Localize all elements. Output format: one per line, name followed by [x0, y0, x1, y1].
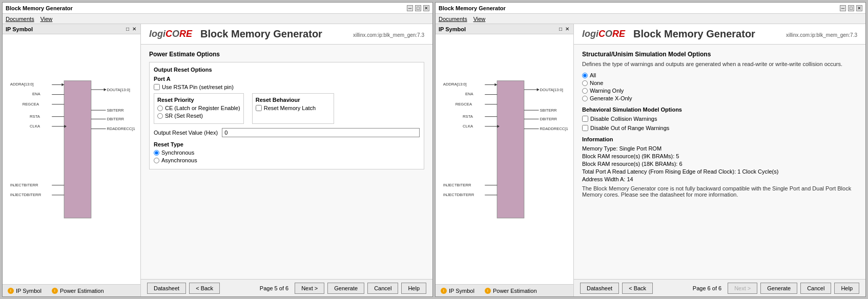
- reset-behaviour-group: Reset Behaviour Reset Memory Latch: [252, 93, 334, 124]
- restore-button-1[interactable]: □: [415, 5, 421, 11]
- minimize-button-1[interactable]: ─: [407, 5, 413, 11]
- generate-button-2[interactable]: Generate: [760, 283, 797, 294]
- generate-x-only-radio-row: Generate X-Only: [582, 95, 857, 101]
- information-block: Information Memory Type: Single Port ROM…: [582, 136, 857, 198]
- ip-version-1: xillinx.com:ip:blk_mem_gen:7.3: [353, 32, 424, 40]
- help-button-2[interactable]: Help: [834, 283, 859, 294]
- ip-symbol-header-2: IP Symbol □ ✕: [436, 24, 573, 34]
- title-bar-controls-2: ─ □ ✕: [840, 5, 862, 11]
- ip-diagram-2: ADDRA[13:0] ENA REGCEA RSTA CLKA: [436, 34, 573, 284]
- all-radio-row: All: [582, 72, 857, 78]
- next-button-1[interactable]: Next >: [295, 283, 324, 294]
- help-button-1[interactable]: Help: [401, 283, 426, 294]
- svg-text:CLKA: CLKA: [30, 124, 40, 129]
- structural-description: Defines the type of warnings and outputs…: [582, 61, 857, 67]
- info-line-3: Total Port A Read Latency (From Rising E…: [582, 168, 857, 175]
- svg-marker-44: [537, 88, 540, 91]
- back-button-1[interactable]: < Back: [189, 283, 220, 294]
- ip-symbol-icon-1: i: [8, 288, 14, 294]
- disable-range-row: Disable Out of Range Warnings: [582, 125, 857, 131]
- window1: Block Memory Generator ─ □ ✕ Documents V…: [2, 2, 433, 297]
- ce-radio[interactable]: [157, 105, 163, 111]
- ip-version-2: xillinx.com:ip:blk_mem_gen:7.3: [786, 32, 857, 40]
- ip-panel-restore-1[interactable]: □: [125, 26, 130, 32]
- use-rsta-row: Use RSTA Pin (set/reset pin): [154, 84, 420, 90]
- disable-range-checkbox[interactable]: [582, 125, 588, 131]
- warning-only-radio[interactable]: [582, 88, 588, 94]
- menu-documents-2[interactable]: Documents: [439, 16, 467, 22]
- block-diagram-svg-1: ADDRA[13:0] ENA REGCEA RSTA CLKA: [8, 39, 135, 279]
- svg-marker-18: [104, 88, 107, 91]
- reset-type-title: Reset Type: [154, 141, 420, 147]
- minimize-button-2[interactable]: ─: [840, 5, 846, 11]
- title-bar-controls-1: ─ □ ✕: [407, 5, 429, 11]
- cancel-button-1[interactable]: Cancel: [367, 283, 398, 294]
- synchronous-label: Synchronous: [161, 150, 194, 156]
- all-label: All: [590, 72, 596, 78]
- tab-power-estimation-1[interactable]: i Power Estimation: [49, 287, 107, 295]
- ce-radio-row: CE (Latch or Register Enable): [157, 105, 240, 111]
- logo-2: logi C O RE: [582, 29, 625, 39]
- menu-bar-1: Documents View: [3, 14, 432, 24]
- block-diagram-svg-2: ADDRA[13:0] ENA REGCEA RSTA CLKA: [441, 39, 568, 279]
- close-button-2[interactable]: ✕: [856, 5, 862, 11]
- svg-text:ENA: ENA: [32, 92, 41, 97]
- reset-memory-latch-row: Reset Memory Latch: [256, 105, 330, 111]
- svg-marker-29: [494, 83, 497, 87]
- ip-panel-restore-2[interactable]: □: [558, 26, 563, 32]
- none-radio-row: None: [582, 80, 857, 86]
- output-reset-label: Output Reset Value (Hex): [154, 130, 218, 136]
- none-radio[interactable]: [582, 80, 588, 86]
- content-area-1: Power Estimate Options Output Reset Opti…: [141, 45, 432, 279]
- generate-button-1[interactable]: Generate: [327, 283, 364, 294]
- sr-radio[interactable]: [157, 113, 163, 119]
- port-a-section: Port A Use RSTA Pin (set/reset pin) Rese…: [154, 76, 420, 137]
- svg-text:REGCEA: REGCEA: [456, 102, 472, 106]
- reset-priority-title: Reset Priority: [157, 97, 240, 103]
- back-button-2[interactable]: < Back: [622, 283, 653, 294]
- ip-diagram-1: ADDRA[13:0] ENA REGCEA RSTA CLKA: [3, 34, 140, 284]
- info-note: The Block Memory Generator core is not f…: [582, 185, 857, 198]
- port-a-title: Port A: [154, 76, 420, 82]
- menu-documents-1[interactable]: Documents: [6, 16, 34, 22]
- ip-symbol-header-1: IP Symbol □ ✕: [3, 24, 140, 34]
- ip-symbol-panel-1: IP Symbol □ ✕ ADDRA[13:0] ENA: [3, 24, 141, 296]
- title-bar-2: Block Memory Generator ─ □ ✕: [436, 3, 865, 14]
- datasheet-button-1[interactable]: Datasheet: [147, 283, 186, 294]
- close-button-1[interactable]: ✕: [423, 5, 429, 11]
- menu-view-1[interactable]: View: [40, 16, 53, 22]
- svg-text:RSTA: RSTA: [30, 114, 40, 119]
- svg-text:SBITERR: SBITERR: [540, 108, 557, 113]
- asynchronous-label: Asynchronous: [161, 157, 197, 163]
- datasheet-button-2[interactable]: Datasheet: [580, 283, 619, 294]
- reset-options-row: Reset Priority CE (Latch or Register Ena…: [154, 93, 420, 124]
- use-rsta-checkbox[interactable]: [154, 84, 160, 90]
- ip-symbol-panel-2: IP Symbol □ ✕ ADDRA[13:0] ENA: [436, 24, 574, 296]
- all-radio[interactable]: [582, 73, 588, 78]
- window1-title: Block Memory Generator: [6, 5, 73, 11]
- title-bar-left-2: Block Memory Generator: [439, 5, 506, 11]
- ip-symbol-icon-2: i: [441, 288, 447, 294]
- menu-view-2[interactable]: View: [473, 16, 486, 22]
- ip-panel-close-1[interactable]: ✕: [131, 26, 137, 32]
- svg-text:INJECTDBITERR: INJECTDBITERR: [10, 193, 42, 197]
- cancel-button-2[interactable]: Cancel: [800, 283, 831, 294]
- generate-x-only-radio[interactable]: [582, 96, 588, 101]
- synchronous-radio[interactable]: [154, 150, 159, 156]
- tab-ip-symbol-2[interactable]: i IP Symbol: [438, 287, 478, 295]
- restore-button-2[interactable]: □: [848, 5, 854, 11]
- ip-symbol-title-1: IP Symbol: [6, 26, 33, 32]
- asynchronous-radio[interactable]: [154, 158, 159, 163]
- tab-ip-symbol-1[interactable]: i IP Symbol: [5, 287, 45, 295]
- title-bar-left-1: Block Memory Generator: [6, 5, 73, 11]
- disable-collision-checkbox[interactable]: [582, 116, 588, 122]
- next-button-2[interactable]: Next >: [728, 283, 757, 294]
- svg-text:ADDRA[13:0]: ADDRA[13:0]: [443, 82, 467, 87]
- output-reset-section: Output Reset Options Port A Use RSTA Pin…: [149, 62, 424, 169]
- svg-text:CLKA: CLKA: [463, 124, 473, 129]
- reset-memory-latch-checkbox[interactable]: [256, 105, 262, 111]
- ip-panel-close-2[interactable]: ✕: [564, 26, 570, 32]
- page-info-1: Page 5 of 6: [260, 285, 288, 291]
- output-reset-input[interactable]: [222, 128, 420, 137]
- tab-power-estimation-2[interactable]: i Power Estimation: [482, 287, 540, 295]
